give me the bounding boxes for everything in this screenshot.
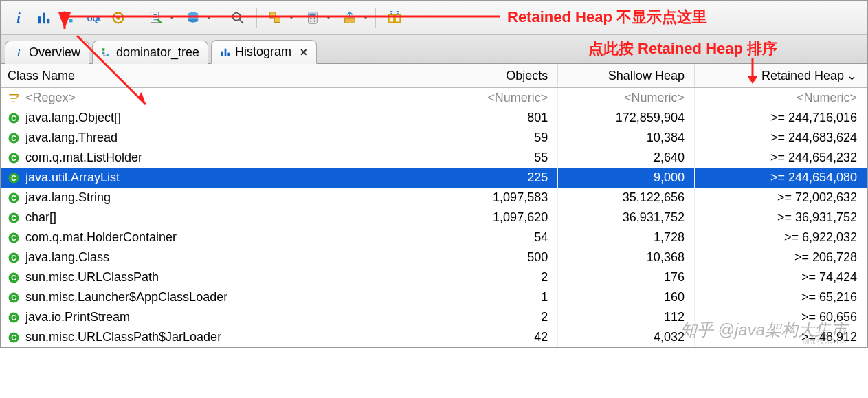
column-header-retained-heap[interactable]: Retained Heap⌄ — [694, 64, 867, 88]
table-row[interactable]: Cjava.util.ArrayList2259,000>= 244,654,0… — [1, 168, 867, 188]
cell-retained: >= 6,922,032 — [694, 228, 867, 247]
svg-point-13 — [233, 12, 241, 20]
table-row[interactable]: Cjava.lang.String1,097,58335,122,656>= 7… — [1, 188, 867, 208]
svg-rect-26 — [102, 48, 104, 50]
svg-point-18 — [310, 17, 311, 19]
class-icon: C — [8, 232, 20, 244]
svg-rect-30 — [225, 48, 227, 56]
cell-retained: >= 74,424 — [694, 267, 867, 287]
cell-shallow: 4,032 — [558, 327, 695, 347]
svg-rect-3 — [47, 18, 50, 23]
class-icon: C — [8, 291, 20, 304]
table-row[interactable]: Csun.misc.Launcher$AppClassLoader1160>= … — [1, 287, 867, 307]
class-icon: C — [8, 272, 20, 284]
table-row[interactable]: Ccom.q.mat.HolderContainer541,728>= 6,92… — [1, 228, 867, 247]
search-button[interactable] — [226, 6, 249, 30]
svg-text:C: C — [11, 253, 16, 261]
cell-shallow: 35,122,656 — [558, 188, 695, 208]
histogram-button[interactable] — [32, 6, 56, 30]
cell-shallow: 2,640 — [558, 148, 695, 168]
column-header-class-name[interactable]: Class Name — [1, 64, 432, 88]
info-icon: i — [14, 47, 25, 58]
class-name-cell: java.io.PrintStream — [25, 310, 130, 324]
class-name-cell: java.util.ArrayList — [25, 170, 120, 185]
svg-rect-6 — [69, 19, 73, 22]
class-icon: C — [8, 152, 20, 164]
svg-rect-31 — [227, 52, 230, 56]
tab-overview[interactable]: i Overview — [5, 41, 89, 64]
tab-label: Histogram — [235, 45, 291, 59]
svg-rect-22 — [345, 18, 355, 23]
query-browser-button[interactable] — [181, 6, 205, 30]
table-row[interactable]: Cjava.io.PrintStream2112>= 60,656 — [1, 307, 867, 327]
svg-text:C: C — [11, 333, 16, 341]
filter-shallow: <Numeric> — [558, 88, 695, 109]
close-icon[interactable]: ✕ — [300, 47, 308, 58]
cell-retained: >= 60,656 — [694, 307, 867, 327]
svg-text:i: i — [16, 10, 21, 25]
svg-text:C: C — [11, 193, 16, 201]
svg-point-12 — [188, 18, 199, 21]
svg-text:C: C — [11, 293, 16, 301]
tree-icon — [101, 47, 112, 58]
class-name-cell: sun.misc.URLClassPath$JarLoader — [25, 330, 221, 344]
svg-point-21 — [314, 20, 315, 21]
cell-objects: 1,097,583 — [432, 188, 558, 208]
toolbar-separator — [256, 8, 257, 28]
tab-dominator-tree[interactable]: dominator_tree — [92, 41, 208, 64]
cell-objects: 801 — [432, 108, 558, 128]
cell-retained: >= 36,931,752 — [694, 208, 867, 228]
svg-point-20 — [310, 20, 311, 21]
cell-shallow: 160 — [558, 287, 695, 307]
cell-retained: >= 72,002,632 — [694, 188, 867, 208]
cell-shallow: 36,931,752 — [558, 208, 695, 228]
oql-button[interactable]: OQL — [82, 6, 105, 30]
dropdown-caret-icon[interactable] — [206, 16, 212, 19]
group-button[interactable] — [264, 6, 287, 30]
class-name-cell: char[] — [25, 210, 56, 225]
toolbar-separator — [219, 8, 219, 28]
dropdown-caret-icon[interactable] — [363, 16, 368, 19]
class-icon: C — [8, 112, 20, 124]
calculator-button[interactable] — [301, 6, 324, 30]
cell-shallow: 10,368 — [558, 247, 695, 267]
cell-retained: >= 244,683,624 — [694, 128, 867, 148]
tab-label: dominator_tree — [116, 45, 199, 60]
table-row[interactable]: Cjava.lang.Object[]801172,859,904>= 244,… — [1, 108, 867, 128]
cell-shallow: 10,384 — [558, 128, 695, 148]
svg-text:C: C — [11, 133, 16, 142]
run-report-button[interactable] — [144, 6, 168, 30]
class-icon: C — [8, 212, 20, 224]
dominator-tree-button[interactable] — [57, 6, 80, 30]
cell-objects: 54 — [432, 228, 558, 247]
tab-histogram[interactable]: Histogram ✕ — [211, 40, 317, 64]
column-header-shallow-heap[interactable]: Shallow Heap — [558, 64, 695, 88]
svg-text:C: C — [11, 113, 16, 122]
table-row[interactable]: Cchar[]1,097,62036,931,752>= 36,931,752 — [1, 208, 867, 228]
sort-descending-icon: ⌄ — [847, 68, 857, 83]
class-name-cell: java.lang.String — [25, 190, 111, 205]
svg-text:C: C — [11, 213, 16, 221]
table-row[interactable]: Csun.misc.URLClassPath2176>= 74,424 — [1, 267, 867, 287]
class-name-cell: com.q.mat.ListHolder — [25, 151, 142, 165]
dropdown-caret-icon[interactable] — [326, 16, 331, 19]
cell-objects: 59 — [432, 128, 558, 148]
compare-button[interactable] — [383, 6, 406, 30]
filter-retained: <Numeric> — [694, 88, 867, 109]
table-row[interactable]: Cjava.lang.Thread5910,384>= 244,683,624 — [1, 128, 867, 148]
table-row[interactable]: Cjava.lang.Class50010,368>= 206,728 — [1, 247, 867, 267]
thread-overview-button[interactable] — [107, 6, 130, 30]
column-header-objects[interactable]: Objects — [432, 64, 558, 88]
info-button[interactable]: i — [8, 6, 31, 30]
table-row[interactable]: Ccom.q.mat.ListHolder552,640>= 244,654,2… — [1, 148, 867, 168]
dropdown-caret-icon[interactable] — [169, 16, 175, 19]
filter-row[interactable]: <Regex> <Numeric> <Numeric> <Numeric> — [1, 88, 867, 109]
svg-point-19 — [314, 17, 315, 19]
tab-bar: i Overview dominator_tree Histogram ✕ — [1, 35, 867, 64]
cell-retained: >= 206,728 — [694, 247, 867, 267]
export-button[interactable] — [338, 6, 361, 30]
cell-shallow: 172,859,904 — [558, 108, 695, 128]
cell-retained: >= 65,216 — [694, 287, 867, 307]
table-row[interactable]: Csun.misc.URLClassPath$JarLoader424,032>… — [1, 327, 867, 347]
dropdown-caret-icon[interactable] — [289, 16, 294, 19]
